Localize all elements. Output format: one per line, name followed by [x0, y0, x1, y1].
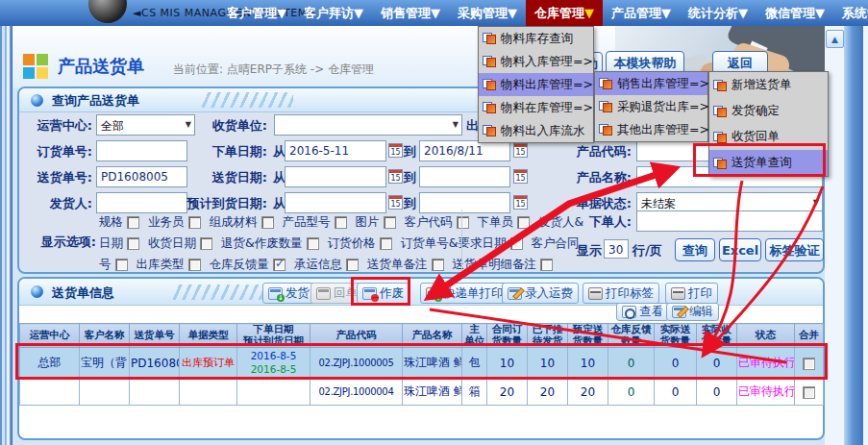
checkbox[interactable] [200, 237, 212, 250]
display-options-label: 显示选项: [19, 234, 96, 251]
checkbox[interactable] [510, 237, 523, 250]
menu-item-inbound-mgmt[interactable]: 物料入库管理=> [479, 50, 593, 73]
checkbox[interactable] [457, 216, 469, 229]
checkbox[interactable] [127, 237, 139, 250]
print-button[interactable]: 打印 [665, 283, 718, 304]
merge-checkbox[interactable] [803, 386, 815, 399]
menu-warehouse-mgmt[interactable]: 仓库管理▼ [526, 0, 603, 26]
checkbox[interactable] [432, 259, 444, 271]
page-size-unit-label: 行/页 [632, 242, 662, 260]
top-navbar: ◄CS MIS MANAGMENT SYSTEM▶ 客户管理▼ 客户拜访▼ 销售… [0, 0, 868, 26]
receiver-label: 收货单位: [142, 117, 267, 135]
receiver-select[interactable] [274, 114, 462, 136]
checkbox[interactable] [188, 259, 201, 271]
expected-date-from-input[interactable] [285, 192, 386, 213]
calendar-icon[interactable] [388, 143, 403, 158]
doc-status-label: 单据状态: [519, 195, 632, 212]
checkbox-checked[interactable] [273, 259, 285, 271]
delivery-date-label: 送货日期: [142, 169, 267, 186]
menu-item-icon [483, 79, 496, 90]
checkbox[interactable] [380, 237, 392, 250]
calendar-icon[interactable] [388, 195, 403, 210]
print-label-button[interactable]: 打印标签 [583, 283, 659, 304]
menu-system-mgmt[interactable]: 系统管理▼ [833, 0, 868, 26]
menu-item-stock-flow[interactable]: 物料出入库流水 [479, 119, 593, 142]
panel-stripes [173, 284, 264, 300]
menu-product-mgmt[interactable]: 产品管理▼ [603, 0, 680, 26]
scroll-up-button[interactable]: ▲ [826, 30, 844, 48]
receipt-icon [316, 287, 331, 300]
printer-icon [671, 287, 685, 300]
menu-item-outbound-mgmt[interactable]: 物料出库管理=> [479, 73, 593, 96]
to-label: 到 [404, 195, 416, 212]
to-label: 到 [404, 143, 416, 161]
checkbox[interactable] [115, 259, 128, 271]
menu-wechat-mgmt[interactable]: 微信管理▼ [756, 0, 833, 26]
menu-purchase-mgmt[interactable]: 采购管理▼ [449, 0, 526, 26]
order-date-from-input[interactable]: 2016-5-11 [285, 140, 386, 161]
delivery-date-from-input[interactable] [285, 166, 386, 187]
printer-icon: + [426, 287, 440, 300]
checkbox[interactable] [540, 259, 553, 271]
menu-item-ship-confirm[interactable]: 发货确定 [709, 98, 828, 124]
ship-icon: ↓ [268, 287, 283, 300]
menu-item-icon [713, 80, 727, 91]
order-date-to-input[interactable]: 2016/8/11 [419, 140, 510, 161]
orderer-input[interactable] [636, 210, 823, 232]
menu-customer-mgmt[interactable]: 客户管理▼ [218, 0, 295, 26]
checkbox[interactable] [335, 216, 347, 229]
menu-item-instock-mgmt[interactable]: 物料在库管理=> [479, 96, 593, 119]
table-row[interactable]: 02.ZJPJ.1000004 珠江啤酒 鲜啤 箱 20 20 20 0 0 0… [20, 379, 824, 406]
view-button[interactable]: 查看 [616, 303, 669, 321]
checkbox[interactable] [307, 237, 319, 250]
page-size-input[interactable]: 30 [604, 239, 629, 259]
edit-button[interactable]: 编辑 [666, 303, 719, 321]
label-verify-button[interactable]: 标签验证 [765, 238, 824, 261]
ship-button[interactable]: ↓发货 [262, 283, 315, 304]
erp-screen: ◄CS MIS MANAGMENT SYSTEM▶ 客户管理▼ 客户拜访▼ 销售… [0, 0, 868, 445]
breadcrumb: 当前位置: 点晴ERP子系统 -> 仓库管理 [173, 62, 374, 78]
checkbox[interactable] [188, 216, 201, 229]
scrollbar-thumb[interactable] [844, 26, 863, 445]
menu-item-icon [599, 124, 612, 136]
page-size-label: 显示 [577, 242, 602, 260]
pencil-icon [508, 287, 522, 300]
warehouse-dropdown-menu: 物料库存查询 物料入库管理=> 物料出库管理=> 物料在库管理=> 物料出入库流… [478, 26, 594, 143]
checkbox[interactable] [261, 216, 274, 229]
menu-item-icon [483, 102, 496, 113]
delivery-panel-title: 送货单信息 [52, 284, 114, 302]
menu-item-purchase-return[interactable]: 采购退货出库=> [595, 95, 707, 118]
menu-item-icon [483, 125, 496, 136]
logo-sphere-icon [88, 0, 127, 23]
divider [461, 210, 462, 271]
checkbox[interactable] [384, 216, 396, 229]
checkbox[interactable] [346, 259, 359, 271]
expected-date-to-input[interactable] [419, 192, 510, 213]
menu-item-new-delivery[interactable]: 新增送货单 [709, 72, 828, 98]
excel-button[interactable]: Excel [719, 238, 761, 261]
delivery-date-to-input[interactable] [419, 166, 510, 187]
menu-item-other-outbound[interactable]: 其他出库管理=> [595, 118, 707, 141]
calendar-icon[interactable] [388, 169, 403, 184]
menu-stats[interactable]: 统计分析▼ [680, 0, 756, 26]
outbound-submenu: 销售出库管理=> 采购退货出库=> 其他出库管理=> [594, 71, 708, 142]
menu-item-icon [713, 106, 727, 117]
menu-item-stock-query[interactable]: 物料库存查询 [479, 27, 593, 50]
express-print-button[interactable]: +快递单打印 [420, 283, 509, 304]
to-label: 到 [404, 169, 416, 186]
menu-item-sales-outbound[interactable]: 销售出库管理=> [595, 72, 707, 95]
panel-stripes [202, 92, 293, 108]
menu-sales-mgmt[interactable]: 销售管理▼ [372, 0, 449, 26]
annotation-rect-void-button [351, 277, 410, 306]
expected-date-label: 预计到货日期: [142, 195, 267, 212]
checkbox[interactable] [127, 216, 139, 229]
menu-item-icon [599, 78, 612, 89]
freight-entry-button[interactable]: 录入运费 [502, 283, 579, 304]
options-line-3: 号 出库类型 仓库反馈量 承运信息 送货单备注 送货单明细备注 [99, 255, 553, 274]
product-name-label: 产品名称: [519, 169, 632, 186]
search-button[interactable]: 查询 [675, 238, 715, 261]
pencil-icon [672, 306, 686, 318]
menu-customer-visit[interactable]: 客户拜访▼ [295, 0, 372, 26]
magnifier-icon [622, 306, 636, 318]
page-icon [23, 54, 48, 79]
